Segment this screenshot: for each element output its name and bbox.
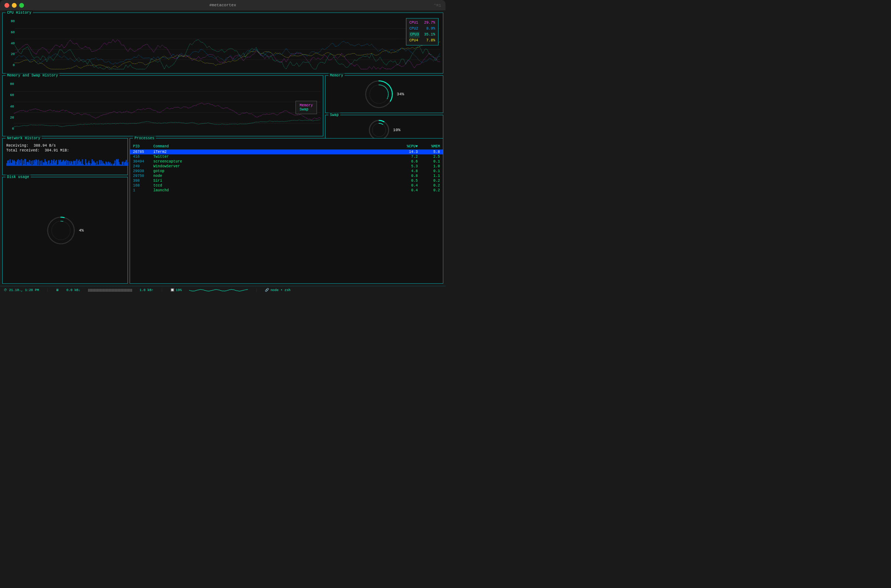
- proc-command: WindowServer: [153, 164, 396, 168]
- bottom-row: Network History Receiving: 388.94 B/s To…: [2, 138, 443, 284]
- cpu-sparkline-wrap: [189, 289, 248, 292]
- io-sparkline: [88, 289, 132, 292]
- status-net-io: 1.0 kB↑: [140, 288, 154, 292]
- cpu3-value: 35.1%: [424, 32, 435, 38]
- minimize-button[interactable]: [12, 3, 16, 8]
- col-mem: %MEM: [418, 144, 440, 148]
- disk-donut-canvas: [46, 216, 76, 245]
- proc-row[interactable]: 249 WindowServer 5.3 1.0: [130, 164, 443, 169]
- proc-mem: 0.1: [418, 169, 440, 173]
- proc-command: Twitter: [153, 155, 396, 159]
- cpu-y-60: 60: [6, 31, 15, 34]
- mem-swap-legend: Memory Swap: [296, 101, 317, 114]
- proc-pid: 29938: [133, 169, 153, 173]
- network-label: Network History: [6, 136, 42, 140]
- mem-y-60: 60: [5, 93, 14, 97]
- proc-row[interactable]: 29750 node 0.8 1.1: [130, 174, 443, 178]
- swap-label: Swap: [328, 113, 340, 117]
- processes-table: PID Command %CPU▼ %MEM 26785 iTerm2 14.3…: [130, 138, 443, 193]
- maximize-button[interactable]: [19, 3, 24, 8]
- receiving-info: Receiving: 388.94 B/s: [6, 144, 124, 148]
- cpu-graph-container: CPU1 29.7% CPU2 8.9% CPU3 35.1% CPU4: [15, 18, 440, 70]
- mem-y-0: 0: [5, 127, 14, 131]
- proc-cpu: 0.4: [396, 184, 418, 188]
- memory-panel: Memory 34%: [325, 75, 443, 113]
- proc-pid: 30494: [133, 159, 153, 164]
- memory-label: Memory: [328, 74, 345, 78]
- legend-swap: Swap: [300, 108, 313, 111]
- cpu-graph-area: 80 60 40 20 0 CPU1 29.7% CPU2: [3, 13, 443, 73]
- swap-percent: 10%: [393, 128, 400, 132]
- proc-cpu: 6.6: [396, 159, 418, 164]
- memory-panels-col: Memory 34% Swap 10%: [325, 75, 443, 136]
- disk-percent: 4%: [79, 228, 84, 233]
- left-col: Network History Receiving: 388.94 B/s To…: [2, 138, 128, 284]
- proc-cpu: 0.4: [396, 188, 418, 192]
- disk-display: 4%: [3, 177, 128, 283]
- disk-io-value: 0.0 kB↓: [66, 288, 81, 292]
- proc-mem: 5.8: [418, 150, 440, 154]
- proc-command: Siri: [153, 179, 396, 183]
- proc-rows-container: 26785 iTerm2 14.3 5.8 416 Twitter 7.2 2.…: [130, 150, 443, 193]
- memory-display: 34%: [326, 76, 443, 112]
- cpu4-value: 7.8%: [426, 38, 435, 44]
- network-panel: Network History Receiving: 388.94 B/s To…: [2, 138, 128, 175]
- proc-mem: 0.2: [418, 179, 440, 183]
- proc-command: node: [153, 174, 396, 178]
- proc-cpu: 4.8: [396, 169, 418, 173]
- proc-cpu: 0.8: [396, 174, 418, 178]
- cpu-icon: 🔲: [170, 288, 174, 292]
- memory-swap-history-panel: Memory and Swap History 80 60 40 20 0 Me…: [2, 75, 323, 136]
- window-title: #metacortex: [210, 3, 236, 8]
- close-button[interactable]: [4, 3, 9, 8]
- mem-swap-canvas-wrap: Memory Swap: [14, 81, 321, 134]
- cpu-y-40: 40: [6, 42, 15, 45]
- cpu-history-panel: CPU History 80 60 40 20 0 CPU1 29.7%: [2, 12, 443, 74]
- processes-label: Processes: [133, 136, 156, 140]
- proc-command: gotop: [153, 169, 396, 173]
- cpu-pct-value: 19%: [176, 288, 182, 292]
- cpu4-label: CPU4: [409, 38, 418, 44]
- window-shortcut: ⌃⌘1: [434, 3, 441, 8]
- status-div3: |: [256, 288, 258, 292]
- memory-swap-history-label: Memory and Swap History: [6, 74, 60, 78]
- status-div2: |: [161, 288, 162, 292]
- proc-mem: 0.2: [418, 188, 440, 192]
- proc-row[interactable]: 30494 screencapture 6.6 0.1: [130, 159, 443, 164]
- status-datetime: ⏱ 21.10., 1:28 PM: [4, 288, 39, 292]
- proc-command: iTerm2: [153, 150, 396, 154]
- col-pid: PID: [133, 144, 153, 148]
- proc-cpu: 0.5: [396, 179, 418, 183]
- mem-y-20: 20: [5, 116, 14, 120]
- proc-row[interactable]: 26785 iTerm2 14.3 5.8: [130, 150, 443, 154]
- legend-memory: Memory: [300, 104, 313, 108]
- cpu3-label: CPU3: [409, 32, 420, 38]
- main-content: CPU History 80 60 40 20 0 CPU1 29.7%: [0, 10, 446, 286]
- proc-row[interactable]: 398 Siri 0.5 0.2: [130, 178, 443, 183]
- cpu1-label: CPU1: [409, 20, 418, 26]
- col-cpu: %CPU▼: [396, 144, 418, 148]
- proc-row[interactable]: 416 Twitter 7.2 2.5: [130, 154, 443, 159]
- proc-pid: 26785: [133, 150, 153, 154]
- cpu-y-axis: 80 60 40 20 0: [6, 18, 15, 70]
- cpu2-label: CPU2: [409, 26, 418, 32]
- proc-mem: 0.1: [418, 159, 440, 164]
- proc-pid: 398: [133, 179, 153, 183]
- cpu4-legend: CPU4 7.8%: [409, 38, 435, 44]
- mem-swap-graph-canvas: [14, 81, 321, 134]
- cpu-y-20: 20: [6, 52, 15, 56]
- proc-header: PID Command %CPU▼ %MEM: [130, 144, 443, 150]
- proc-mem: 1.1: [418, 174, 440, 178]
- proc-command: tccd: [153, 184, 396, 188]
- cpu-history-label: CPU History: [6, 11, 33, 15]
- mem-y-40: 40: [5, 105, 14, 109]
- proc-row[interactable]: 1 launchd 0.4 0.2: [130, 188, 443, 193]
- proc-command: launchd: [153, 188, 396, 192]
- proc-row[interactable]: 168 tccd 0.4 0.2: [130, 183, 443, 188]
- disk-label: Disk usage: [6, 175, 31, 179]
- memory-donut-canvas: [364, 80, 394, 109]
- statusbar: ⏱ 21.10., 1:28 PM | 🖥 0.0 kB↓ 1.0 kB↑ | …: [0, 286, 446, 294]
- proc-row[interactable]: 29938 gotop 4.8 0.1: [130, 169, 443, 174]
- total-value: 304.91 MiB:: [45, 148, 69, 153]
- status-disk-icon: 🖥: [56, 288, 59, 292]
